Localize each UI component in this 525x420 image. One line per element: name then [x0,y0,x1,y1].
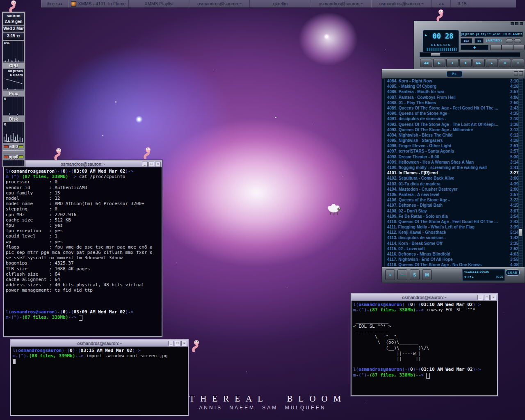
playlist-entry[interactable]: 4114. Korn - Break Some Off2:35 [385,241,520,246]
xmms-playlist-window[interactable]: PL 4084. Korn - Right Now3:104085. - Mak… [381,69,525,283]
workspace-next-icon[interactable]: ▸ [61,2,63,6]
terminal-window-screenshot[interactable]: osmandros@sauron:~ _ □ × l(osmandros@sau… [10,339,189,416]
minimize-button[interactable]: _ [142,162,148,167]
playlist-entry[interactable]: 4117. Nightwish - End Of All Hope3:55 [385,257,520,262]
playlist-entry[interactable]: 4090. Queens of the Stone Age -4:35 [385,111,520,116]
playlist-mini-transport[interactable]: ◂▸ ‖ ■ ▴ [464,274,474,279]
playlist-entry[interactable]: 4106. Queens of the Stone Age -3:22 [385,197,520,203]
playlist-entry[interactable]: 4098. Dream Theater - 6:005:30 [385,154,520,160]
playlist-menu-button[interactable]: S [410,269,420,280]
playlist-tab[interactable]: PL [447,71,462,77]
maximize-button[interactable]: □ [484,295,490,300]
playlist-entry[interactable]: 4091. discípulos de sionisios -2:10 [385,116,520,121]
playlist-entry[interactable]: 4108. 02 - Don't Stay3:07 [385,208,520,214]
term2-body[interactable]: l(osmandros@sauron)-(0)-(03:10 AM Wed Ma… [352,301,497,395]
playlist-load-button[interactable]: LOAD [506,269,520,276]
xmms-transport-button[interactable]: ▲ [486,59,498,67]
terminal-titlebar[interactable]: osmandros@sauron:~ _ □ × [11,340,188,347]
xmms-window-buttons[interactable] [511,22,523,25]
close-button[interactable]: × [155,162,161,167]
position-knob[interactable] [431,53,441,56]
close-button[interactable]: × [491,295,496,300]
playlist-menu-button[interactable]: + [385,269,395,280]
xmms-volume-slider[interactable] [426,48,457,51]
xmms-main-window[interactable]: ▶ 00 28 GENESIS (R)IEND (3:27) *** 4101.… [413,21,525,70]
xmms-close-icon[interactable] [520,22,523,25]
workspace-switcher[interactable]: three ◂ ▸ [41,0,68,7]
playlist-close-icon[interactable] [519,71,523,75]
playlist-entry[interactable]: 4109. Fe De Ratas - Solo un dia3:54 [385,214,520,219]
terminal-window-cpuinfo[interactable]: osmandros@sauron:~ _ □ × l(osmandros@sau… [3,160,162,337]
workspace-prev-icon[interactable]: ◂ [58,2,60,6]
taskbar-task[interactable]: osmandros@sauron:~ [310,0,371,7]
playlist-entry[interactable]: 4110. Queens Of The Stone Age - Feel Goo… [385,219,520,224]
taskbar-task[interactable]: gkrellm [250,0,310,7]
terminal-titlebar[interactable]: osmandros@sauron:~ _ □ × [4,161,162,167]
terminal-window-cowsay[interactable]: osmandros@sauron:~ _ □ × l(osmandros@sau… [351,293,498,396]
taskbar-task[interactable]: XMMS - 4101. In Flame [68,0,129,7]
playlist-menu-button[interactable]: M [422,269,432,280]
cycle-prev-icon[interactable]: ◂ [438,2,440,6]
xmms-eq-button[interactable] [490,45,502,50]
playlist-titlebar[interactable]: PL [382,69,525,79]
playlist-entry[interactable]: 4112. Kenji Kawai - Ghosthack5:14 [385,230,520,235]
taskbar-cycle-buttons[interactable]: ◂ ▸ [432,0,451,7]
xmms-pl-button[interactable] [502,45,513,50]
xmms-balance-slider[interactable]: ◆ [461,45,488,50]
xmms-position-slider[interactable] [420,52,520,57]
maximize-button[interactable]: □ [175,341,180,346]
playlist-entry[interactable]: 4115. 02 - Lovercall2:52 [385,246,520,251]
playlist-entry[interactable]: 4105. Pantera - A new level3:57 [385,192,520,197]
playlist-entry[interactable]: 4093. Queens Of The Stone Age - Milliona… [385,127,520,132]
xmms-transport-button[interactable]: ▶▶ [472,59,485,67]
playlist-entry[interactable]: 4103. 01-Tu dios de madera4:39 [385,181,520,187]
playlist-entry[interactable]: 4086. Pantera - Mouth for war3:57 [385,89,520,94]
xmms-transport-button[interactable]: ‖ [446,59,459,67]
playlist-entry[interactable]: 4102. Sepultura - Come Back Alive3:06 [385,176,520,181]
xmms-transport-button[interactable]: ◀◀ [420,59,432,67]
close-button[interactable]: × [181,341,187,346]
playlist-shade-icon[interactable] [514,71,518,75]
playlist-entry[interactable]: 4113. discípulos de sionisios -1:42 [385,235,520,240]
xmms-transport-button[interactable]: ■ [459,59,472,67]
playlist-entry[interactable]: 4111. Flogging Molly - What's Left of th… [385,224,520,230]
xmms-options-button[interactable] [513,45,525,50]
playlist-entry[interactable]: 4089. Queens Of The Stone Age - Feel Goo… [385,105,520,111]
gkrellm-ppp0-panel[interactable]: ppp0 [3,154,24,160]
playlist-entry[interactable]: 4097. terroriSTARS - Santa Agonia2:57 [385,148,520,154]
taskbar-task[interactable]: osmandros@sauron:~ [371,0,432,7]
playlist-entry[interactable]: 4087. Pantera - Cowboys From Hell4:06 [385,95,520,100]
playlist-entry[interactable]: 4092. Queens Of The Stone Age - The Lost… [385,122,520,127]
terminal-titlebar[interactable]: osmandros@sauron:~ _ □ × [352,294,497,301]
playlist-scroll-thumb[interactable] [519,229,523,236]
xmms-transport-button[interactable]: ılı [499,59,511,67]
playlist-entry[interactable]: 4104. Mastodon - Crusher Destroyer2:00 [385,187,520,192]
playlist-entry[interactable]: 4088. 01 - Play The Blues2:50 [385,100,520,105]
playlist-entry[interactable]: 4085. - Making Of Cyborg4:28 [385,84,520,89]
taskbar-task[interactable]: XMMS Playlist [129,0,189,7]
xmms-shuffle-toggle[interactable] [506,39,513,43]
xmms-minimize-icon[interactable] [511,22,514,25]
xmms-shade-icon[interactable] [515,22,518,25]
taskbar-task[interactable]: osmandros@sauron:~ [189,0,250,7]
playlist-entry[interactable]: 4107. Deftones - Digital Bath4:15 [385,203,520,208]
xmms-elapsed-time[interactable]: 00 28 [428,32,458,40]
playlist-entry[interactable]: 4096. Finger Eleven - Other Light2:51 [385,143,520,148]
term1-body[interactable]: l(osmandros@sauron)-(0)-(03:09 AM Wed Ma… [4,167,162,336]
gkrellm-monitor[interactable]: sauron 2.6.9-gen Wed 2 Mar 3:15 12 6% CP… [2,11,25,167]
cycle-next-icon[interactable]: ▸ [443,2,444,6]
xmms-track-marquee[interactable]: (R)IEND (3:27) *** 4101. IN FLAMES - F [461,32,523,37]
gkrellm-eth0-panel[interactable]: eth0 [3,144,24,150]
playlist-menu-button[interactable]: − [397,269,407,280]
playlist-scrollbar[interactable] [518,78,523,269]
maximize-button[interactable]: □ [148,162,154,167]
term3-body[interactable]: l(osmandros@sauron)-(0)-(03:15 AM Wed Ma… [11,347,188,415]
playlist-shade-buttons[interactable] [514,71,523,75]
playlist-entry[interactable]: 4101. In Flames - F(R)iend3:27 [385,170,520,176]
playlist-entry[interactable]: 4084. Korn - Right Now3:10 [385,78,520,84]
xmms-repeat-toggle[interactable] [514,39,521,43]
playlist-entry[interactable]: 4100. flogging molly - screaming at the … [385,165,520,170]
minimize-button[interactable]: _ [168,341,174,346]
minimize-button[interactable]: _ [477,295,483,300]
playlist-entry[interactable]: 4095. Nightwish - Stargazers4:28 [385,138,520,143]
